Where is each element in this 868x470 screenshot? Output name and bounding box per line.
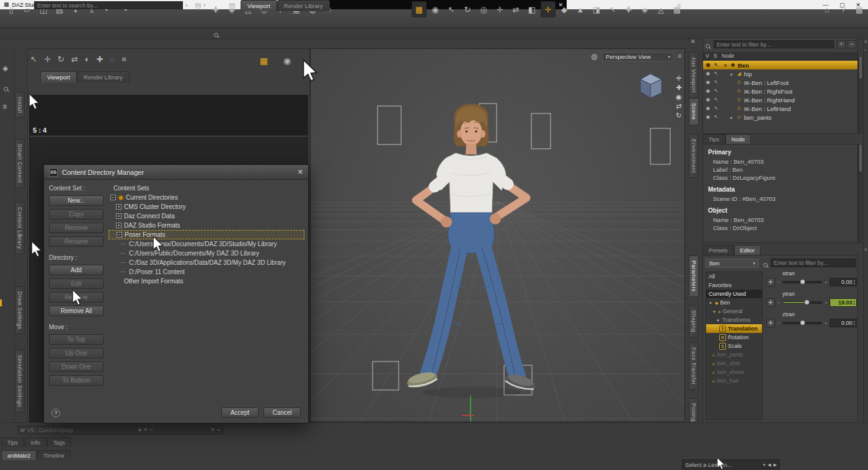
parameter-value[interactable]: 19.03▴▾	[830, 298, 857, 307]
dock-menu-icon[interactable]: ≡	[2, 103, 7, 110]
viewport-grid-icon[interactable]: ▦	[412, 1, 427, 17]
slider-max-icon[interactable]: +	[824, 321, 828, 326]
pane-options-icon[interactable]: ≡	[122, 55, 126, 63]
tree-item-current-directories[interactable]: −Current Directories	[108, 193, 304, 202]
remove-all-button[interactable]: Remove All	[49, 306, 104, 316]
dock-tab-shaping[interactable]: Shaping	[689, 305, 699, 337]
slider-track[interactable]	[782, 322, 822, 324]
camera-sphere-icon[interactable]: ◍	[591, 53, 597, 60]
expander-icon[interactable]: ▾	[715, 318, 720, 322]
tab-tips[interactable]: Tips	[702, 134, 725, 144]
sidebar-tab-content-library[interactable]: Content Library	[15, 202, 25, 254]
active-pose-tool-icon[interactable]: ◆	[557, 1, 572, 17]
node-editor-icon[interactable]: ◈	[637, 1, 652, 17]
slider-track[interactable]	[782, 281, 822, 283]
param-group-general[interactable]: ▾▸General	[706, 307, 762, 316]
rotate-tool-icon[interactable]: ↻	[460, 1, 475, 17]
param-group-ben-shoes[interactable]: ◆ben_shoes	[706, 368, 762, 376]
selection-cursor-icon[interactable]: ↖	[713, 63, 719, 68]
slider-max-icon[interactable]: +	[824, 280, 828, 285]
aux-viewport-icon[interactable]: ◉	[428, 1, 443, 17]
expander-icon[interactable]: −	[110, 195, 116, 200]
tab-info[interactable]: Info	[25, 437, 46, 447]
search-options-caret-icon[interactable]: ▾	[185, 3, 188, 7]
param-filter-currently-used[interactable]: Currently Used	[706, 290, 762, 298]
zoom-in-icon[interactable]: +	[211, 427, 214, 433]
tab-presets[interactable]: Presets	[702, 245, 734, 255]
left-pane-tab-viewport[interactable]: Viewport	[40, 71, 77, 82]
smart-content-search-icon[interactable]	[4, 87, 10, 93]
add-button[interactable]: Add	[49, 265, 104, 275]
visibility-eye-icon[interactable]: ◉	[705, 80, 711, 85]
aux-viewport-icon[interactable]: ◉	[283, 56, 291, 65]
orbit-view-icon[interactable]: ◉	[676, 94, 682, 100]
add-icon[interactable]: +	[144, 427, 147, 433]
visibility-eye-icon[interactable]: ◉	[705, 63, 711, 68]
viewport-grid-icon[interactable]: ▦	[260, 56, 268, 65]
drag-handle-icon[interactable]: ✛	[766, 319, 775, 327]
slider-handle[interactable]	[800, 320, 805, 326]
scene-node-row[interactable]: ◉↖◇IK-Ben : LeftFoot	[703, 78, 857, 87]
scene-node-row[interactable]: ◉↖▸▱ben_pants	[703, 113, 857, 122]
zoom-view-icon[interactable]: ✚	[676, 84, 682, 91]
install-manager-icon[interactable]: ◈	[2, 64, 8, 72]
expander-icon[interactable]: +	[116, 204, 122, 210]
scene-node-row[interactable]: ◉↖▸◢hip	[703, 69, 857, 78]
node-selection-icon[interactable]: ↖	[444, 1, 459, 17]
brush-icon[interactable]: ✚	[96, 55, 103, 63]
dialog-close-icon[interactable]: ✕	[298, 169, 303, 175]
drag-handle-icon[interactable]: ✛	[766, 278, 775, 286]
param-filter-all[interactable]: All	[706, 272, 762, 281]
spinner-icon[interactable]: ▴▾	[853, 299, 855, 306]
scene-scrollbar[interactable]	[858, 56, 862, 134]
param-group-translation[interactable]: TTranslation	[706, 324, 762, 333]
visibility-eye-icon[interactable]: ◉	[705, 97, 711, 102]
param-group-scale[interactable]: SScale	[706, 342, 762, 350]
slider-min-icon[interactable]: −	[777, 300, 781, 306]
figure-selector[interactable]: Ben ▾	[706, 259, 759, 268]
params-filter-input[interactable]	[771, 259, 856, 267]
parameter-value[interactable]: 0.00▴▾	[830, 278, 857, 286]
scene-node-row[interactable]: ◉↖◇IK-Ben : RightHand	[703, 95, 857, 104]
expand-all-icon[interactable]: +	[837, 40, 846, 48]
region-select-icon[interactable]: ↖	[605, 1, 620, 17]
dock-menu-icon[interactable]: ≡	[691, 38, 695, 45]
collapse-all-icon[interactable]: −	[848, 40, 856, 48]
search-icon[interactable]	[214, 33, 220, 39]
tab-viewport[interactable]: Viewport	[241, 0, 277, 11]
slider-min-icon[interactable]: −	[777, 321, 781, 326]
expander-icon[interactable]: ▾	[708, 301, 713, 305]
visibility-eye-icon[interactable]: ◉	[705, 115, 711, 120]
geometry-editor-icon[interactable]: ✚	[621, 1, 636, 17]
content-search-input[interactable]	[34, 1, 183, 9]
up-icon[interactable]: ↑	[22, 2, 25, 9]
zoom-out-icon[interactable]: −	[217, 427, 220, 433]
view-mode-caret-icon[interactable]: ▾	[203, 3, 206, 7]
scale-tool-icon[interactable]: ⇄	[508, 1, 523, 17]
pane-group-menu-icon[interactable]: ≡	[864, 39, 867, 45]
visibility-eye-icon[interactable]: ◉	[705, 106, 711, 111]
pan-view-icon[interactable]: ✛	[676, 75, 682, 82]
spinner-icon[interactable]: ▴▾	[853, 320, 855, 326]
forward-icon[interactable]: →	[12, 2, 18, 9]
scene-filter-input[interactable]	[714, 40, 834, 48]
universal-tool-icon[interactable]: ✛	[541, 1, 556, 17]
new-button[interactable]: New...	[49, 195, 104, 206]
slider-track[interactable]	[782, 301, 822, 304]
dolly-view-icon[interactable]: ⇄	[676, 103, 682, 110]
param-group-transforms[interactable]: ▾Transforms	[706, 316, 762, 324]
help-button[interactable]: ?	[51, 409, 60, 417]
scene-node-row[interactable]: ◉↖◇IK-Ben : RightFoot	[703, 87, 857, 95]
param-group-rotation[interactable]: RRotation	[706, 333, 762, 342]
pane-menu-icon[interactable]: ≡	[677, 2, 681, 9]
tree-item-cms-cluster-directory[interactable]: +CMS Cluster Directory	[108, 202, 304, 211]
daz-central-icon[interactable]: ⌂	[820, 1, 835, 17]
expander-icon[interactable]: +	[116, 223, 122, 228]
expander-icon[interactable]: ▸	[729, 115, 734, 120]
tab-editor[interactable]: Editor	[734, 245, 761, 255]
sidebar-tab-draw-settings[interactable]: Draw Settings	[15, 286, 25, 334]
tree-item-daz-studio-formats[interactable]: +DAZ Studio Formats	[108, 221, 304, 230]
tab-animate2[interactable]: aniMate2	[1, 450, 37, 460]
selection-cursor-icon[interactable]: ↖	[713, 115, 719, 120]
shade-style-icon[interactable]: ◐	[85, 55, 90, 63]
